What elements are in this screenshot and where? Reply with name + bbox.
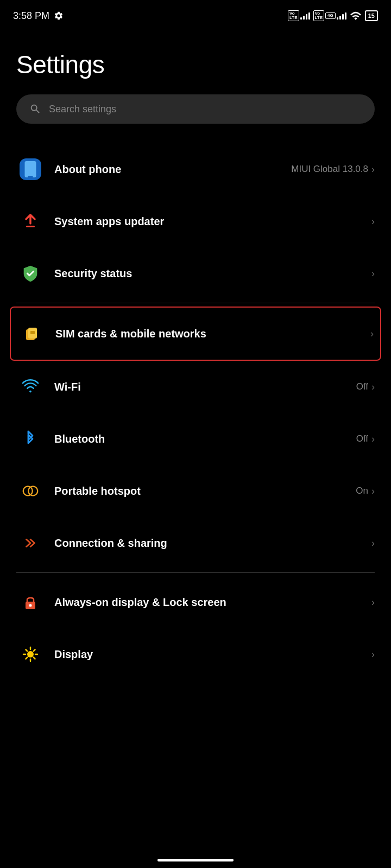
page-title: Settings (16, 50, 375, 79)
always-on-content: Always-on display & Lock screen (54, 595, 371, 609)
display-label: Display (54, 648, 93, 660)
status-icons-area: VoLTE VoLTE 4G 15 (288, 10, 378, 21)
volte-badge-1: VoLTE (288, 10, 299, 21)
connection-right: › (371, 538, 375, 549)
settings-item-always-on[interactable]: Always-on display & Lock screen › (16, 576, 375, 628)
settings-item-display[interactable]: Display › (16, 628, 375, 673)
display-chevron: › (371, 649, 375, 660)
home-indicator (157, 859, 234, 861)
display-content: Display (54, 647, 371, 661)
search-icon (29, 103, 41, 115)
bar1 (337, 17, 338, 20)
bluetooth-right: Off › (356, 433, 375, 445)
system-apps-label: System apps updater (54, 215, 164, 227)
time-display: 3:58 PM (13, 10, 49, 22)
svg-point-11 (27, 651, 34, 658)
settings-gear-icon (54, 11, 64, 21)
settings-item-sim-cards[interactable]: SIM cards & mobile networks › (10, 307, 381, 361)
sim-cards-chevron: › (370, 328, 374, 340)
sim-cards-right: › (370, 328, 374, 340)
always-on-icon-item (16, 588, 45, 616)
svg-line-17 (34, 658, 35, 659)
about-phone-chevron: › (371, 164, 375, 175)
svg-point-10 (29, 604, 32, 607)
svg-rect-6 (30, 331, 35, 334)
connection-chevron: › (371, 538, 375, 549)
svg-line-18 (34, 650, 35, 652)
volte-signal-1: VoLTE (288, 10, 310, 21)
always-on-chevron: › (371, 597, 375, 608)
wifi-value: Off (356, 381, 368, 392)
hotspot-label: Portable hotspot (54, 485, 141, 497)
settings-item-connection[interactable]: Connection & sharing › (16, 517, 375, 569)
security-status-label: Security status (54, 267, 132, 279)
always-on-right: › (371, 597, 375, 608)
signal-bars-1 (300, 12, 310, 20)
volte-badge-2: VoLTE (313, 10, 325, 21)
sim-cards-content: SIM cards & mobile networks (55, 327, 370, 341)
display-right: › (371, 649, 375, 660)
security-status-right: › (371, 268, 375, 279)
search-bar[interactable]: Search settings (16, 94, 375, 124)
svg-line-19 (26, 658, 28, 659)
system-apps-icon (16, 207, 45, 235)
svg-rect-0 (25, 161, 36, 177)
settings-item-wifi[interactable]: Wi-Fi Off › (16, 361, 375, 413)
wifi-status-icon (350, 11, 362, 21)
connection-content: Connection & sharing (54, 536, 371, 550)
bluetooth-value: Off (356, 433, 368, 444)
always-on-label: Always-on display & Lock screen (54, 596, 226, 608)
bar1 (300, 17, 302, 20)
main-content: Settings Search settings About phone MIU… (0, 28, 391, 673)
sim-cards-icon (17, 320, 46, 348)
settings-item-bluetooth[interactable]: Bluetooth Off › (16, 413, 375, 465)
bar4 (345, 12, 346, 20)
about-phone-right: MIUI Global 13.0.8 › (291, 164, 375, 175)
system-apps-content: System apps updater (54, 214, 371, 228)
wifi-chevron: › (371, 381, 375, 393)
sim-cards-label: SIM cards & mobile networks (55, 328, 206, 340)
hotspot-value: On (356, 486, 368, 496)
about-phone-value: MIUI Global 13.0.8 (291, 164, 368, 175)
bar4 (308, 12, 310, 20)
hotspot-right: On › (356, 486, 375, 497)
volte-4g-signal-2: VoLTE 4G (313, 10, 346, 21)
status-time-area: 3:58 PM (13, 10, 64, 22)
svg-rect-3 (26, 226, 35, 227)
battery-indicator: 15 (365, 10, 378, 21)
about-phone-content: About phone (54, 162, 291, 176)
bluetooth-content: Bluetooth (54, 432, 356, 446)
settings-item-system-apps[interactable]: System apps updater › (16, 195, 375, 247)
about-phone-label: About phone (54, 163, 121, 175)
wifi-content: Wi-Fi (54, 380, 356, 394)
connection-label: Connection & sharing (54, 537, 167, 549)
4g-badge: 4G (325, 12, 336, 19)
bar2 (339, 16, 341, 20)
search-placeholder: Search settings (49, 104, 362, 115)
bluetooth-label: Bluetooth (54, 433, 105, 445)
bar3 (342, 14, 344, 20)
status-bar: 3:58 PM VoLTE VoLTE 4G (0, 0, 391, 28)
display-icon-item (16, 640, 45, 668)
bar2 (303, 16, 305, 20)
wifi-right: Off › (356, 381, 375, 393)
battery-level: 15 (368, 12, 375, 19)
settings-item-security-status[interactable]: Security status › (16, 247, 375, 299)
bluetooth-chevron: › (371, 433, 375, 445)
security-status-content: Security status (54, 266, 371, 280)
system-apps-chevron: › (371, 216, 375, 227)
wifi-icon-item (16, 373, 45, 401)
hotspot-chevron: › (371, 486, 375, 497)
svg-line-16 (26, 650, 28, 652)
hotspot-icon-item (16, 477, 45, 505)
divider-1 (16, 303, 375, 303)
system-apps-right: › (371, 216, 375, 227)
wifi-label: Wi-Fi (54, 381, 81, 393)
bluetooth-icon-item (16, 425, 45, 453)
settings-item-about-phone[interactable]: About phone MIUI Global 13.0.8 › (16, 143, 375, 195)
security-status-chevron: › (371, 268, 375, 279)
about-phone-icon (16, 155, 45, 183)
security-status-icon (16, 259, 45, 288)
hotspot-content: Portable hotspot (54, 484, 356, 498)
settings-item-hotspot[interactable]: Portable hotspot On › (16, 465, 375, 517)
